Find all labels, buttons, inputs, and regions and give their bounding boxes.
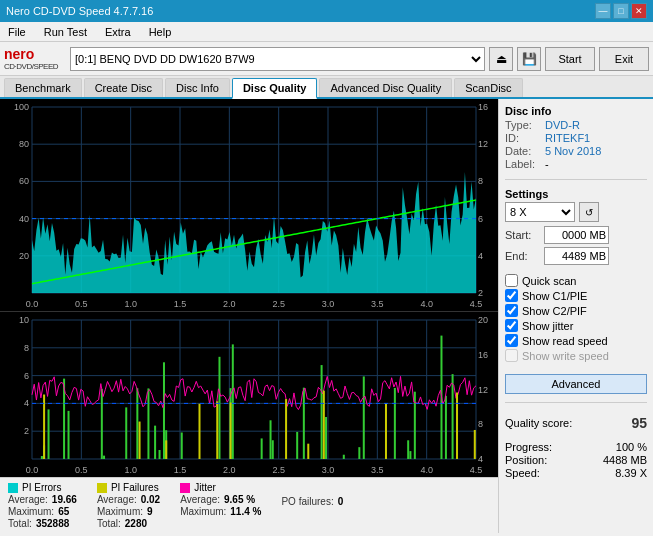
progress-row: Progress: 100 %	[505, 441, 647, 453]
position-value: 4488 MB	[603, 454, 647, 466]
speed-select[interactable]: 8 X 4 X 2 X Max	[505, 202, 575, 222]
pi-errors-total-key: Total:	[8, 518, 32, 529]
settings-refresh-btn[interactable]: ↺	[579, 202, 599, 222]
show-read-speed-row: Show read speed	[505, 334, 647, 347]
exit-button[interactable]: Exit	[599, 47, 649, 71]
pi-failures-total-val: 2280	[125, 518, 147, 529]
disc-info-label-row: Label: -	[505, 158, 647, 170]
nero-logo-sub: CD·DVD/SPEED	[4, 62, 58, 71]
right-panel: Disc info Type: DVD-R ID: RITEKF1 Date: …	[498, 99, 653, 533]
charts-area	[0, 99, 498, 477]
disc-id-val: RITEKF1	[545, 132, 590, 144]
quality-score-value: 95	[631, 415, 647, 431]
speed-value: 8.39 X	[615, 467, 647, 479]
show-read-speed-label: Show read speed	[522, 335, 608, 347]
tab-advanced-disc-quality[interactable]: Advanced Disc Quality	[319, 78, 452, 97]
save-icon-btn[interactable]: 💾	[517, 47, 541, 71]
menu-file[interactable]: File	[4, 24, 30, 40]
pi-failures-stats: PI Failures Average: 0.02 Maximum: 9 Tot…	[97, 482, 160, 529]
title-bar: Nero CD-DVD Speed 4.7.7.16 — □ ✕	[0, 0, 653, 22]
close-button[interactable]: ✕	[631, 3, 647, 19]
top-chart-canvas	[0, 99, 498, 311]
show-c2-label: Show C2/PIF	[522, 305, 587, 317]
jitter-avg-key: Average:	[180, 494, 220, 505]
settings-title: Settings	[505, 188, 647, 200]
quality-score-label: Quality score:	[505, 417, 572, 429]
show-c1-row: Show C1/PIE	[505, 289, 647, 302]
jitter-max-val: 11.4 %	[230, 506, 261, 517]
disc-date-val: 5 Nov 2018	[545, 145, 601, 157]
minimize-button[interactable]: —	[595, 3, 611, 19]
po-failures-stats: PO failures: 0	[281, 482, 343, 529]
show-c2-checkbox[interactable]	[505, 304, 518, 317]
disc-info-section: Disc info Type: DVD-R ID: RITEKF1 Date: …	[505, 105, 647, 171]
pi-errors-max-key: Maximum:	[8, 506, 54, 517]
nero-logo: nero CD·DVD/SPEED	[4, 46, 58, 71]
position-row: Position: 4488 MB	[505, 454, 647, 466]
progress-label: Progress:	[505, 441, 552, 453]
settings-section: Settings 8 X 4 X 2 X Max ↺ Start: End:	[505, 188, 647, 268]
maximize-button[interactable]: □	[613, 3, 629, 19]
show-read-speed-checkbox[interactable]	[505, 334, 518, 347]
show-write-speed-label: Show write speed	[522, 350, 609, 362]
pi-failures-avg-key: Average:	[97, 494, 137, 505]
tab-create-disc[interactable]: Create Disc	[84, 78, 163, 97]
show-jitter-checkbox[interactable]	[505, 319, 518, 332]
toolbar: nero CD·DVD/SPEED [0:1] BENQ DVD DD DW16…	[0, 42, 653, 76]
po-failures-val: 0	[338, 496, 344, 507]
disc-id-key: ID:	[505, 132, 541, 144]
pi-failures-color	[97, 483, 107, 493]
main-content: PI Errors Average: 19.66 Maximum: 65 Tot…	[0, 99, 653, 533]
chart-stats: PI Errors Average: 19.66 Maximum: 65 Tot…	[0, 477, 498, 533]
menu-extra[interactable]: Extra	[101, 24, 135, 40]
chart-bottom	[0, 312, 498, 477]
quick-scan-checkbox[interactable]	[505, 274, 518, 287]
title-bar-controls[interactable]: — □ ✕	[595, 3, 647, 19]
disc-info-date-row: Date: 5 Nov 2018	[505, 145, 647, 157]
tab-disc-quality[interactable]: Disc Quality	[232, 78, 318, 99]
disc-info-type-row: Type: DVD-R	[505, 119, 647, 131]
disc-info-id-row: ID: RITEKF1	[505, 132, 647, 144]
chart-top	[0, 99, 498, 312]
quick-scan-label: Quick scan	[522, 275, 576, 287]
pi-errors-color	[8, 483, 18, 493]
speed-label: Speed:	[505, 467, 540, 479]
pi-failures-label: PI Failures	[111, 482, 159, 493]
drive-select[interactable]: [0:1] BENQ DVD DD DW1620 B7W9	[70, 47, 485, 71]
show-write-speed-row: Show write speed	[505, 349, 647, 362]
eject-icon-btn[interactable]: ⏏	[489, 47, 513, 71]
tab-benchmark[interactable]: Benchmark	[4, 78, 82, 97]
disc-label-val: -	[545, 158, 549, 170]
start-mb-field[interactable]	[544, 226, 609, 244]
show-write-speed-checkbox[interactable]	[505, 349, 518, 362]
show-c1-label: Show C1/PIE	[522, 290, 587, 302]
nero-logo-text: nero	[4, 46, 58, 62]
jitter-stats: Jitter Average: 9.65 % Maximum: 11.4 %	[180, 482, 261, 529]
show-jitter-row: Show jitter	[505, 319, 647, 332]
pi-failures-max-key: Maximum:	[97, 506, 143, 517]
tab-disc-info[interactable]: Disc Info	[165, 78, 230, 97]
start-mb-row: Start:	[505, 226, 647, 244]
quality-score-section: Quality score: 95	[505, 415, 647, 431]
jitter-label: Jitter	[194, 482, 216, 493]
pi-errors-max-val: 65	[58, 506, 69, 517]
show-c1-checkbox[interactable]	[505, 289, 518, 302]
menu-bar: File Run Test Extra Help	[0, 22, 653, 42]
advanced-button[interactable]: Advanced	[505, 374, 647, 394]
quick-scan-row: Quick scan	[505, 274, 647, 287]
menu-help[interactable]: Help	[145, 24, 176, 40]
end-mb-row: End:	[505, 247, 647, 265]
position-label: Position:	[505, 454, 547, 466]
menu-run-test[interactable]: Run Test	[40, 24, 91, 40]
disc-date-key: Date:	[505, 145, 541, 157]
show-c2-row: Show C2/PIF	[505, 304, 647, 317]
pi-failures-total-key: Total:	[97, 518, 121, 529]
checkboxes-section: Quick scan Show C1/PIE Show C2/PIF Show …	[505, 274, 647, 364]
pi-errors-label: PI Errors	[22, 482, 61, 493]
start-button[interactable]: Start	[545, 47, 595, 71]
end-mb-field[interactable]	[544, 247, 609, 265]
tab-scandisc[interactable]: ScanDisc	[454, 78, 522, 97]
jitter-color	[180, 483, 190, 493]
jitter-max-key: Maximum:	[180, 506, 226, 517]
jitter-avg-val: 9.65 %	[224, 494, 255, 505]
